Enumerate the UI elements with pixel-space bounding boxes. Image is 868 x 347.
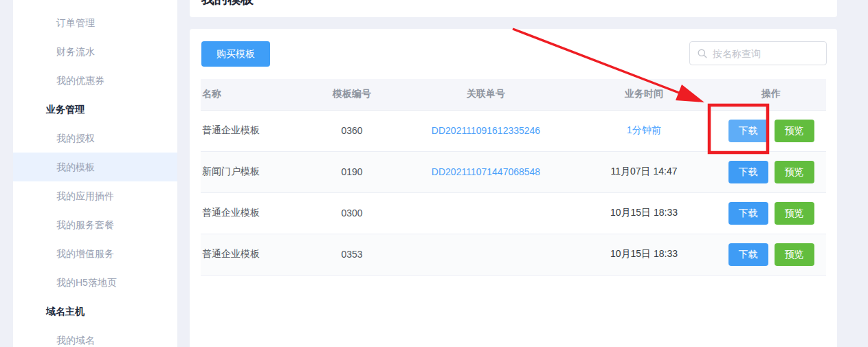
business-time: 11月07日 14:47 (610, 166, 677, 177)
table-header-row: 名称模板编号关联单号业务时间操作 (201, 79, 826, 110)
preview-button[interactable]: 预览 (775, 202, 814, 225)
table-row: 普通企业模板030010月15日 18:33下载预览 (201, 192, 826, 234)
download-button[interactable]: 下载 (728, 202, 768, 225)
cell-template-number: 0300 (304, 192, 400, 234)
cell-template-number: 0360 (304, 110, 400, 151)
cell-template-name: 普通企业模板 (201, 110, 304, 151)
cell-business-time: 10月15日 18:33 (572, 192, 716, 234)
sidebar-item[interactable]: 我的模板 (13, 153, 177, 181)
business-time: 10月15日 18:33 (610, 207, 678, 218)
column-header: 操作 (716, 79, 826, 110)
sidebar-item[interactable]: 我的域名 (13, 326, 177, 347)
magnifier-icon (697, 48, 708, 59)
business-time: 1分钟前 (627, 124, 661, 135)
business-time: 10月15日 18:33 (610, 248, 678, 259)
search-box (689, 41, 827, 65)
table-body: 普通企业模板0360DD2021110916123352461分钟前下载预览新闻… (201, 110, 826, 275)
column-header: 业务时间 (572, 79, 716, 110)
cell-template-name: 普通企业模板 (201, 192, 304, 234)
cell-template-number: 0353 (304, 234, 400, 275)
cell-template-name: 普通企业模板 (201, 234, 304, 275)
table-row: 普通企业模板035310月15日 18:33下载预览 (201, 234, 826, 275)
cell-actions: 下载预览 (716, 234, 826, 275)
cell-business-time: 1分钟前 (572, 110, 716, 151)
column-header: 名称 (201, 79, 304, 110)
table-row: 新闻门户模板0190DD20211107144706854811月07日 14:… (201, 151, 826, 192)
cell-order-number (400, 192, 572, 234)
download-button[interactable]: 下载 (728, 120, 768, 142)
preview-button[interactable]: 预览 (775, 161, 814, 183)
cell-business-time: 11月07日 14:47 (572, 151, 716, 192)
sidebar: 订单管理财务流水我的优惠券业务管理我的授权我的模板我的应用插件我的服务套餐我的增… (13, 0, 177, 347)
cell-actions: 下载预览 (716, 110, 826, 151)
cell-order-number (400, 234, 572, 275)
sidebar-section-header: 业务管理 (13, 95, 177, 124)
cell-order-number: DD202111071447068548 (400, 151, 572, 192)
sidebar-item[interactable]: 我的优惠券 (13, 66, 177, 95)
sidebar-item[interactable]: 我的增值服务 (13, 239, 177, 268)
preview-button[interactable]: 预览 (775, 243, 814, 266)
page-header-card: 我的模板 (190, 0, 837, 17)
search-input[interactable] (713, 48, 816, 59)
cell-actions: 下载预览 (716, 192, 826, 234)
cell-template-number: 0190 (304, 151, 400, 192)
sidebar-item[interactable]: 我的服务套餐 (13, 210, 177, 239)
sidebar-item[interactable]: 订单管理 (13, 8, 177, 37)
sidebar-item[interactable]: 财务流水 (13, 37, 177, 66)
sidebar-item[interactable]: 我的应用插件 (13, 181, 177, 210)
column-header: 关联单号 (400, 79, 572, 110)
templates-table: 名称模板编号关联单号业务时间操作 普通企业模板0360DD20211109161… (201, 79, 826, 276)
sidebar-menu: 订单管理财务流水我的优惠券业务管理我的授权我的模板我的应用插件我的服务套餐我的增… (13, 0, 177, 347)
cell-actions: 下载预览 (716, 151, 826, 192)
cell-template-name: 新闻门户模板 (201, 151, 304, 192)
download-button[interactable]: 下载 (728, 161, 768, 183)
buy-template-button[interactable]: 购买模板 (201, 41, 270, 67)
sidebar-item[interactable]: 我的H5落地页 (13, 268, 177, 297)
page-root: { "page": { "title": "我的模板" }, "sidebar"… (0, 0, 868, 347)
cell-order-number: DD202111091612335246 (400, 110, 572, 151)
sidebar-section-header: 域名主机 (13, 297, 177, 326)
column-header: 模板编号 (304, 79, 400, 110)
order-number-link[interactable]: DD202111071447068548 (432, 166, 540, 177)
order-number-link[interactable]: DD202111091612335246 (432, 125, 540, 136)
content-card: 购买模板 名称模板编号关联单号业务时间操作 普通企业模板0360DD202111… (190, 29, 837, 347)
table-row: 普通企业模板0360DD2021110916123352461分钟前下载预览 (201, 110, 826, 151)
page-title: 我的模板 (201, 0, 254, 7)
download-button[interactable]: 下载 (728, 243, 768, 266)
cell-business-time: 10月15日 18:33 (572, 234, 716, 275)
sidebar-item[interactable]: 我的授权 (13, 124, 177, 153)
preview-button[interactable]: 预览 (775, 120, 814, 142)
